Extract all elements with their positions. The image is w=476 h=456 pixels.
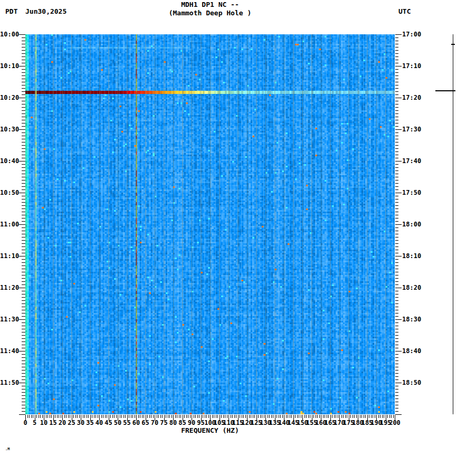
axis-tick — [273, 415, 273, 418]
axis-tick — [22, 72, 25, 73]
axis-tick — [395, 69, 398, 70]
axis-tick — [395, 259, 398, 260]
axis-tick — [22, 275, 25, 276]
axis-tick — [160, 415, 161, 418]
axis-tick — [203, 415, 203, 418]
axis-tick — [395, 316, 398, 317]
left-time-tick-label: 11:20 — [0, 284, 19, 291]
axis-tick — [19, 256, 25, 256]
axis-tick — [395, 215, 398, 215]
axis-tick — [395, 389, 398, 390]
axis-tick — [64, 415, 65, 418]
axis-tick — [297, 415, 298, 418]
axis-tick — [395, 189, 398, 190]
axis-tick — [22, 41, 25, 41]
axis-tick — [395, 88, 398, 89]
axis-tick — [395, 237, 398, 238]
axis-tick — [395, 395, 398, 396]
amplitude-trace-spike — [435, 90, 455, 91]
axis-tick — [395, 253, 398, 253]
axis-tick — [22, 411, 25, 412]
axis-tick — [395, 269, 398, 269]
axis-tick — [31, 415, 32, 418]
axis-tick — [395, 338, 398, 339]
axis-tick — [258, 415, 259, 418]
axis-tick — [55, 415, 55, 418]
axis-tick — [138, 415, 139, 418]
axis-tick — [120, 415, 120, 418]
left-time-tick-label: 10:00 — [0, 31, 19, 38]
axis-tick — [319, 415, 320, 418]
axis-tick — [208, 415, 209, 418]
axis-tick — [47, 415, 48, 418]
axis-tick — [22, 199, 25, 200]
axis-tick — [22, 212, 25, 212]
axis-tick — [22, 297, 25, 298]
right-time-tick-label: 17:50 — [402, 189, 421, 196]
axis-tick — [22, 145, 25, 146]
axis-tick — [395, 402, 398, 402]
axis-tick — [22, 294, 25, 294]
axis-tick — [22, 126, 25, 127]
axis-tick — [22, 345, 25, 345]
axis-tick — [395, 98, 402, 98]
axis-tick — [395, 186, 398, 187]
axis-tick — [168, 415, 168, 418]
left-time-tick-label: 11:30 — [0, 316, 19, 323]
axis-tick — [75, 415, 76, 418]
axis-tick — [395, 139, 398, 139]
axis-tick — [371, 415, 372, 418]
axis-tick — [22, 370, 25, 370]
axis-tick — [162, 415, 163, 418]
axis-tick — [19, 288, 25, 288]
axis-tick — [223, 415, 224, 418]
axis-tick — [22, 183, 25, 184]
left-time-tick-label: 11:40 — [0, 347, 19, 355]
axis-tick — [395, 310, 398, 310]
spectrogram-page: PDT Jun30,2025 UTC MDH1 DP1 NC -- (Mammo… — [0, 0, 476, 456]
axis-tick — [304, 415, 305, 418]
axis-tick — [395, 158, 398, 158]
axis-tick — [395, 348, 398, 348]
axis-tick — [50, 415, 50, 418]
axis-tick — [380, 415, 380, 418]
axis-tick — [301, 415, 301, 418]
axis-tick — [395, 110, 398, 111]
axis-tick — [123, 415, 124, 418]
axis-tick — [288, 415, 288, 418]
axis-tick — [96, 415, 96, 418]
axis-tick — [395, 326, 398, 326]
right-time-tick-label: 17:10 — [402, 62, 421, 70]
axis-tick — [391, 415, 392, 418]
axis-tick — [395, 329, 398, 329]
axis-tick — [345, 415, 346, 418]
axis-tick — [395, 297, 398, 298]
axis-tick — [232, 415, 233, 418]
axis-tick — [59, 415, 59, 418]
axis-tick — [22, 75, 25, 76]
axis-tick — [395, 82, 398, 82]
axis-tick — [295, 415, 296, 418]
axis-tick — [395, 53, 398, 54]
axis-tick — [395, 408, 398, 408]
axis-tick — [22, 284, 25, 285]
axis-tick — [282, 415, 283, 418]
axis-tick — [19, 414, 25, 415]
axis-tick — [356, 415, 357, 418]
axis-tick — [395, 313, 398, 314]
page-subtitle: (Mammoth Deep Hole ) — [25, 9, 395, 17]
axis-tick — [22, 329, 25, 329]
axis-tick — [112, 415, 113, 418]
axis-tick — [395, 177, 398, 177]
axis-tick — [395, 281, 398, 282]
axis-tick — [350, 415, 351, 418]
axis-tick — [77, 415, 78, 418]
axis-tick — [268, 415, 268, 418]
axis-tick — [22, 37, 25, 38]
axis-tick — [22, 120, 25, 120]
axis-tick — [22, 132, 25, 133]
axis-tick — [103, 415, 103, 418]
axis-tick — [395, 240, 398, 241]
axis-tick — [22, 278, 25, 279]
axis-tick — [22, 158, 25, 158]
